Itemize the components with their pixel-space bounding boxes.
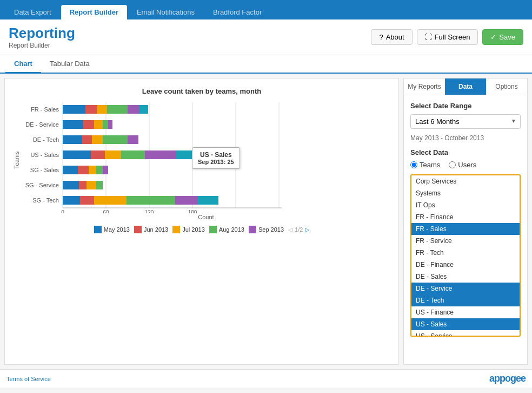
header-right: ? About ⛶ Full Screen ✓ Save (371, 29, 523, 45)
svg-rect-41 (78, 166, 89, 174)
svg-rect-28 (108, 120, 112, 129)
legend-aug-label: Aug 2013 (219, 226, 244, 233)
tab-tabular-data[interactable]: Tabular Data (41, 55, 98, 74)
chart-tooltip: US - Sales Sep 2013: 25 (192, 147, 240, 169)
fullscreen-icon: ⛶ (425, 33, 432, 41)
team-item-us-finance[interactable]: US - Finance (411, 306, 520, 318)
svg-rect-51 (94, 196, 127, 205)
svg-rect-52 (127, 196, 175, 205)
svg-rect-40 (63, 166, 78, 174)
team-item-us-service[interactable]: US - Service (411, 330, 520, 337)
tab-data-export[interactable]: Data Export (5, 5, 60, 19)
svg-rect-22 (128, 105, 139, 114)
y-axis-label: Teams (14, 100, 20, 220)
date-range-section-title: Select Date Range (410, 102, 521, 110)
team-item-de-tech[interactable]: DE - Tech (411, 294, 520, 306)
svg-rect-50 (80, 196, 94, 205)
svg-rect-44 (103, 166, 108, 174)
data-type-radio-group: Teams Users (410, 161, 521, 169)
tab-bradford-factor[interactable]: Bradford Factor (204, 5, 270, 19)
team-item-fr-sales[interactable]: FR - Sales (411, 223, 520, 235)
svg-rect-25 (83, 120, 94, 129)
svg-rect-45 (63, 181, 79, 189)
svg-rect-49 (63, 196, 80, 205)
tab-report-builder[interactable]: Report Builder (61, 5, 127, 19)
date-range-select[interactable]: Last 6 Months Last 3 Months Last Month T… (410, 114, 521, 129)
svg-text:0: 0 (61, 209, 64, 213)
legend-may-label: May 2013 (104, 226, 130, 233)
legend-pagination: ◁ 1/2 ▷ (288, 226, 309, 233)
fullscreen-button[interactable]: ⛶ Full Screen (417, 29, 478, 45)
question-icon: ? (379, 33, 383, 41)
team-item-de-sales[interactable]: DE - Sales (411, 271, 520, 283)
team-list[interactable]: Corp ServicesSystemsIT OpsFR - FinanceFR… (410, 174, 521, 337)
prev-page-icon[interactable]: ◁ (288, 226, 292, 233)
legend-jul-box (172, 226, 180, 233)
chart-svg: FR - Sales DE - Service DE - Tech US - S… (22, 100, 390, 220)
team-item-corp-services[interactable]: Corp Services (411, 175, 520, 187)
rp-tab-data[interactable]: Data (445, 78, 486, 95)
svg-text:US - Sales: US - Sales (30, 152, 59, 158)
logo-text: app (489, 373, 505, 384)
legend-may: May 2013 (94, 226, 130, 233)
svg-text:180: 180 (188, 209, 197, 213)
top-nav: Data Export Report Builder Email Notific… (0, 0, 532, 19)
team-item-systems[interactable]: Systems (411, 187, 520, 199)
legend-sep-label: Sep 2013 (258, 226, 284, 233)
svg-rect-29 (63, 135, 82, 144)
svg-rect-24 (63, 120, 83, 129)
svg-text:DE - Service: DE - Service (25, 121, 59, 128)
team-item-fr-finance[interactable]: FR - Finance (411, 211, 520, 223)
tab-chart[interactable]: Chart (5, 55, 41, 74)
logo-accent: ogee (505, 373, 526, 384)
select-data-title: Select Data (410, 148, 521, 156)
legend-aug: Aug 2013 (209, 226, 244, 233)
svg-text:SG - Sales: SG - Sales (30, 167, 59, 173)
tab-email-notifications[interactable]: Email Notifications (128, 5, 203, 19)
svg-text:60: 60 (103, 209, 109, 213)
header-left: Reporting Report Builder (9, 25, 75, 49)
svg-rect-54 (198, 196, 218, 205)
radio-teams[interactable]: Teams (410, 161, 440, 169)
legend-aug-box (209, 226, 217, 233)
svg-rect-36 (105, 150, 121, 159)
svg-rect-21 (107, 105, 128, 114)
checkmark-icon: ✓ (490, 33, 496, 41)
svg-rect-27 (103, 120, 108, 129)
team-item-us-sales[interactable]: US - Sales (411, 318, 520, 330)
about-button[interactable]: ? About (371, 29, 412, 45)
team-item-fr-tech[interactable]: FR - Tech (411, 247, 520, 259)
page-indicator: 1/2 (295, 226, 303, 233)
svg-rect-48 (96, 181, 103, 189)
main-content: Leave count taken by teams, month Teams … (0, 74, 532, 369)
right-panel-body: Select Date Range Last 6 Months Last 3 M… (404, 95, 527, 343)
team-item-de-service[interactable]: DE - Service (411, 283, 520, 294)
page-subtitle: Report Builder (9, 42, 75, 49)
svg-rect-42 (89, 166, 96, 174)
team-item-fr-service[interactable]: FR - Service (411, 235, 520, 247)
tos-link[interactable]: Terms of Service (6, 376, 51, 382)
svg-rect-26 (94, 120, 103, 129)
legend-jun-box (134, 226, 142, 233)
rp-tab-my-reports[interactable]: My Reports (404, 78, 445, 95)
legend-jun-label: Jun 2013 (144, 226, 168, 233)
legend-jul-label: Jul 2013 (182, 226, 205, 233)
svg-rect-35 (91, 150, 105, 159)
rp-tab-options[interactable]: Options (486, 78, 527, 95)
next-page-icon[interactable]: ▷ (305, 226, 309, 233)
right-panel-tabs: My Reports Data Options (404, 78, 527, 95)
save-button[interactable]: ✓ Save (482, 29, 523, 45)
radio-users[interactable]: Users (449, 161, 476, 169)
page-title: Reporting (9, 25, 75, 42)
svg-rect-34 (63, 150, 91, 159)
team-item-it-ops[interactable]: IT Ops (411, 199, 520, 211)
svg-rect-33 (128, 135, 138, 144)
team-item-de-finance[interactable]: DE - Finance (411, 259, 520, 271)
chart-legend: May 2013 Jun 2013 Jul 2013 Aug 2013 Sep … (14, 226, 390, 233)
svg-text:DE - Tech: DE - Tech (33, 136, 59, 143)
header: Reporting Report Builder ? About ⛶ Full … (0, 19, 532, 55)
tooltip-subtitle: Sep 2013: 25 (198, 159, 234, 165)
svg-rect-37 (121, 150, 145, 159)
appogee-logo: appogee (489, 373, 526, 384)
svg-rect-46 (79, 181, 87, 189)
